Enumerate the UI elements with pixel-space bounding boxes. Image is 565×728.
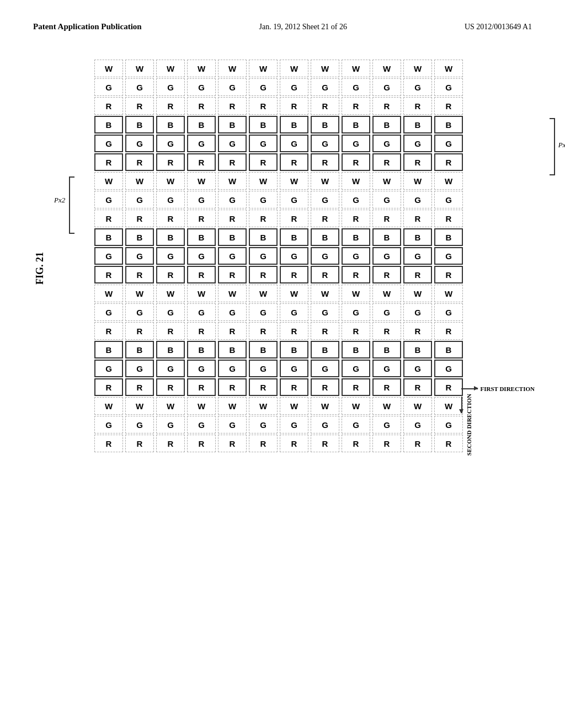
- grid-cell: R: [94, 266, 123, 283]
- grid-cell: G: [187, 191, 216, 208]
- grid-cell: B: [434, 341, 463, 358]
- grid-cell: G: [187, 135, 216, 152]
- grid-cell: B: [403, 116, 432, 133]
- grid-cell: R: [342, 153, 370, 171]
- grid-cell: W: [372, 172, 401, 190]
- grid-cell: G: [372, 416, 401, 433]
- grid-cell: R: [280, 266, 308, 283]
- grid-cell: W: [94, 397, 123, 415]
- grid-cell: G: [434, 303, 463, 321]
- grid-cell: R: [403, 153, 432, 171]
- grid-cell: R: [434, 266, 463, 283]
- grid-cell: R: [403, 210, 432, 227]
- grid-cell: G: [125, 191, 154, 208]
- grid-cell: B: [218, 116, 247, 133]
- grid-cell: W: [218, 397, 247, 415]
- grid-cell: W: [311, 397, 339, 415]
- page-header: Patent Application Publication Jan. 19, …: [0, 0, 565, 42]
- px1-label: Px1: [558, 141, 565, 149]
- grid-cell: R: [187, 378, 216, 396]
- grid-cell: B: [249, 116, 278, 133]
- grid-cell: G: [249, 191, 278, 208]
- grid-cell: W: [156, 285, 185, 302]
- grid-cell: W: [125, 285, 154, 302]
- grid-cell: G: [249, 135, 278, 152]
- grid-cell: G: [434, 78, 463, 96]
- grid-cell: R: [311, 153, 339, 171]
- grid-cell: R: [218, 435, 247, 452]
- grid-cell: R: [280, 322, 308, 340]
- grid-cell: G: [280, 247, 308, 265]
- grid-cell: G: [249, 416, 278, 433]
- grid-cell: R: [280, 378, 308, 396]
- grid-cell: G: [434, 191, 463, 208]
- grid-cell: R: [372, 435, 401, 452]
- grid-cell: W: [280, 285, 308, 302]
- grid-cell: R: [249, 153, 278, 171]
- grid-cell: B: [403, 228, 432, 246]
- publication-number: US 2012/0013649 A1: [465, 23, 532, 31]
- grid-cell: G: [311, 78, 339, 96]
- grid-cell: R: [311, 322, 339, 340]
- grid-cell: G: [434, 416, 463, 433]
- grid-cell: G: [187, 247, 216, 265]
- grid-cell: R: [372, 153, 401, 171]
- grid-cell: B: [218, 228, 247, 246]
- grid-cell: G: [280, 303, 308, 321]
- grid-cell: R: [434, 97, 463, 115]
- grid-cell: R: [187, 435, 216, 452]
- grid-cell: G: [311, 303, 339, 321]
- grid-cell: R: [218, 266, 247, 283]
- grid-cell: B: [403, 341, 432, 358]
- grid-cell: R: [156, 322, 185, 340]
- grid-cell: W: [434, 60, 463, 77]
- first-direction-label: FIRST DIRECTION: [480, 386, 535, 392]
- grid-cell: G: [249, 303, 278, 321]
- grid-cell: R: [434, 322, 463, 340]
- grid-cell: R: [403, 266, 432, 283]
- grid-cell: R: [280, 153, 308, 171]
- grid-cell: G: [94, 360, 123, 377]
- grid-cell: B: [156, 341, 185, 358]
- grid-cell: R: [125, 97, 154, 115]
- grid-cell: B: [372, 228, 401, 246]
- grid-cell: R: [156, 153, 185, 171]
- grid-cell: R: [372, 97, 401, 115]
- grid-cell: G: [342, 247, 370, 265]
- grid-cell: W: [434, 397, 463, 415]
- grid-cell: R: [125, 322, 154, 340]
- grid-cell: G: [311, 191, 339, 208]
- grid-cell: G: [280, 78, 308, 96]
- grid-cell: W: [249, 172, 278, 190]
- grid-cell: R: [94, 435, 123, 452]
- grid-cell: G: [372, 135, 401, 152]
- grid-cell: G: [125, 360, 154, 377]
- grid-cell: R: [311, 378, 339, 396]
- publication-title: Patent Application Publication: [33, 22, 142, 31]
- grid-cell: R: [403, 97, 432, 115]
- grid-cell: G: [94, 78, 123, 96]
- grid-cell: G: [342, 191, 370, 208]
- grid-cell: B: [218, 341, 247, 358]
- grid-cell: W: [156, 397, 185, 415]
- grid-cell: G: [187, 78, 216, 96]
- grid-cell: W: [94, 60, 123, 77]
- grid-cell: G: [187, 303, 216, 321]
- grid-cell: G: [342, 78, 370, 96]
- grid-cell: G: [218, 78, 247, 96]
- grid-cell: W: [218, 172, 247, 190]
- grid-cell: R: [187, 322, 216, 340]
- grid-cell: R: [125, 153, 154, 171]
- grid-cell: W: [94, 285, 123, 302]
- grid-cell: R: [125, 266, 154, 283]
- px2-label: Px2: [54, 196, 65, 205]
- grid-cell: R: [342, 266, 370, 283]
- grid-cell: W: [218, 285, 247, 302]
- grid-cell: G: [342, 360, 370, 377]
- grid-cell: G: [249, 360, 278, 377]
- grid-cell: B: [342, 228, 370, 246]
- grid-cell: W: [187, 60, 216, 77]
- grid-cell: W: [342, 397, 370, 415]
- grid-cell: G: [94, 135, 123, 152]
- grid-cell: G: [156, 135, 185, 152]
